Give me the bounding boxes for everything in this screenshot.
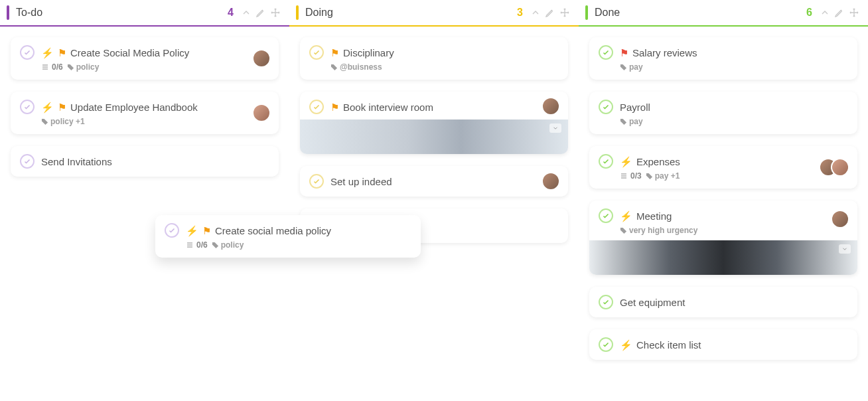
card-title: Create social media policy [215, 225, 331, 236]
card-title: Check item list [636, 339, 701, 351]
card-create-social-media-policy[interactable]: ⚡ ⚑ Create Social Media Policy 0/6 polic… [11, 37, 279, 80]
flag-icon: ⚑ [202, 226, 211, 236]
card-title: Payroll [620, 102, 650, 113]
card-update-employee-handbook[interactable]: ⚡ ⚑ Update Employee Handbook policy +1 [11, 92, 279, 134]
column-done: Done 6 ⚑ Salary reviews pay [579, 0, 868, 401]
flag-icon: ⚑ [620, 48, 628, 58]
complete-toggle[interactable] [20, 100, 35, 114]
tag-label: policy [67, 62, 100, 72]
flag-icon: ⚑ [58, 102, 66, 112]
complete-toggle[interactable] [599, 208, 613, 223]
assignees[interactable] [831, 210, 849, 228]
edit-icon[interactable] [253, 5, 268, 20]
tag-label: pay [620, 117, 643, 126]
expand-icon[interactable] [839, 244, 851, 254]
move-icon[interactable] [847, 5, 861, 20]
card-meeting[interactable]: ⚡ Meeting very high urgency [589, 200, 857, 275]
column-doing: Doing 3 ⚑ Disciplinary @buisness [289, 0, 579, 401]
complete-toggle[interactable] [20, 154, 35, 169]
edit-icon[interactable] [832, 5, 847, 20]
card-payroll[interactable]: Payroll pay [589, 92, 857, 134]
subtasks-count: 0/3 [620, 171, 642, 181]
card-title: Book interview room [343, 102, 433, 113]
card-disciplinary[interactable]: ⚑ Disciplinary @buisness [300, 37, 568, 80]
bolt-icon: ⚡ [620, 340, 632, 350]
complete-toggle[interactable] [165, 223, 179, 238]
tag-label: policy +1 [41, 117, 85, 126]
card-title: Salary reviews [632, 47, 697, 58]
assignees[interactable] [542, 172, 560, 191]
card-title: Disciplinary [343, 47, 394, 58]
bolt-icon: ⚡ [41, 102, 54, 112]
complete-toggle[interactable] [309, 45, 324, 60]
card-title: Send Invitations [41, 156, 112, 167]
tag-label: very high urgency [620, 226, 697, 235]
column-count: 4 [228, 7, 234, 19]
avatar[interactable] [831, 210, 849, 228]
tag-label: @buisness [330, 62, 382, 72]
flag-icon: ⚑ [58, 48, 66, 58]
card-set-up-indeed[interactable]: Set up indeed [300, 166, 568, 197]
complete-toggle[interactable] [599, 295, 613, 309]
card-title: Expenses [636, 156, 680, 167]
assignees[interactable] [252, 49, 271, 68]
card-check-item-list[interactable]: ⚡ Check item list [589, 329, 857, 360]
edit-icon[interactable] [543, 5, 557, 20]
subtasks-count: 0/6 [41, 62, 63, 72]
collapse-icon[interactable] [528, 5, 543, 20]
move-icon[interactable] [557, 5, 572, 20]
bolt-icon: ⚡ [186, 226, 198, 236]
avatar[interactable] [831, 158, 849, 177]
flag-icon: ⚑ [330, 102, 339, 112]
card-cover-image [300, 120, 568, 154]
avatar[interactable] [252, 49, 271, 68]
complete-toggle[interactable] [20, 45, 35, 60]
complete-toggle[interactable] [309, 100, 324, 114]
flag-icon: ⚑ [330, 48, 339, 58]
assignees[interactable] [252, 104, 271, 122]
collapse-icon[interactable] [818, 5, 832, 20]
tag-label: policy [212, 240, 244, 250]
collapse-icon[interactable] [239, 5, 253, 20]
card-title: Update Employee Handbook [70, 102, 198, 113]
accent-bar [296, 5, 299, 20]
column-todo: To-do 4 ⚡ ⚑ Create Social Media Policy 0… [0, 0, 289, 401]
assignees[interactable] [542, 97, 560, 116]
complete-toggle[interactable] [599, 337, 613, 352]
card-dragging[interactable]: ⚡ ⚑ Create social media policy 0/6 polic… [155, 215, 421, 258]
bolt-icon: ⚡ [620, 157, 632, 167]
card-salary-reviews[interactable]: ⚑ Salary reviews pay [589, 37, 857, 80]
bolt-icon: ⚡ [41, 48, 54, 58]
subtasks-count: 0/6 [186, 240, 208, 250]
card-get-equipment[interactable]: Get equipment [589, 287, 857, 317]
complete-toggle[interactable] [599, 100, 613, 114]
expand-icon[interactable] [549, 123, 561, 133]
card-expenses[interactable]: ⚡ Expenses 0/3 pay +1 [589, 146, 857, 189]
avatar[interactable] [542, 172, 560, 191]
card-title: Get equipment [620, 297, 685, 308]
tag-label: pay +1 [646, 171, 680, 181]
avatar[interactable] [252, 104, 271, 122]
complete-toggle[interactable] [599, 45, 613, 60]
complete-toggle[interactable] [599, 154, 613, 169]
cards-done: ⚑ Salary reviews pay Payroll pay [579, 27, 868, 370]
card-cover-image [589, 240, 857, 275]
card-title: Set up indeed [330, 176, 392, 187]
kanban-board: To-do 4 ⚡ ⚑ Create Social Media Policy 0… [0, 0, 868, 401]
card-title: Create Social Media Policy [70, 47, 189, 58]
assignees[interactable] [819, 158, 849, 177]
avatar[interactable] [542, 97, 560, 116]
column-count: 3 [517, 7, 523, 19]
card-title: Meeting [636, 210, 672, 222]
column-count: 6 [806, 7, 812, 19]
column-header-doing: Doing 3 [289, 0, 579, 27]
card-book-interview-room[interactable]: ⚑ Book interview room [300, 92, 568, 154]
bolt-icon: ⚡ [620, 211, 632, 221]
column-title: Done [595, 7, 806, 19]
complete-toggle[interactable] [309, 174, 324, 189]
accent-bar [585, 5, 588, 20]
cards-todo: ⚡ ⚑ Create Social Media Policy 0/6 polic… [0, 27, 289, 187]
card-send-invitations[interactable]: Send Invitations [11, 146, 279, 177]
column-header-done: Done 6 [579, 0, 868, 27]
move-icon[interactable] [268, 5, 283, 20]
